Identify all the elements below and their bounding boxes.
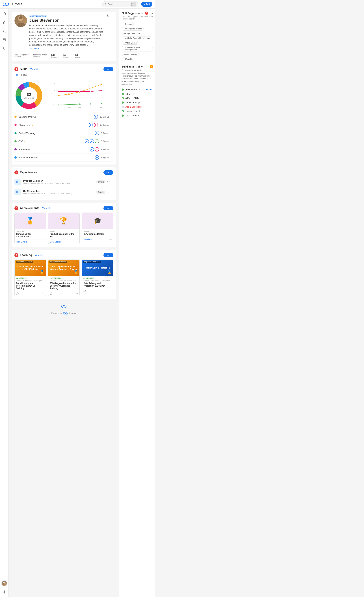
experiences-add-button[interactable]: + Add: [103, 170, 113, 175]
skill-suggestions-tags: +Blogger +Intelligent Systems +Project P…: [122, 22, 153, 61]
sidebar-item-avatar[interactable]: JS: [1, 580, 7, 586]
more-options-icon[interactable]: [111, 132, 113, 134]
top-nav: › Profile Ctrl K + Add: [0, 0, 155, 9]
more-options-icon[interactable]: [111, 148, 113, 151]
more-options-icon[interactable]: [111, 124, 113, 126]
profile-item-learnings: 114 Learnings: [122, 113, 153, 118]
followers-label: Followers: [51, 56, 59, 58]
location-value: New Hampshire: [15, 54, 29, 56]
tab-top[interactable]: Top: [15, 73, 18, 77]
svg-point-85: [110, 239, 111, 239]
svg-point-54: [112, 125, 112, 125]
more-options-icon[interactable]: [109, 290, 112, 292]
skill-add-badge[interactable]: +: [95, 155, 99, 160]
more-options-icon[interactable]: [111, 156, 113, 159]
nav-title: Profile: [12, 2, 102, 6]
skill-badges: 5 5: [89, 123, 98, 127]
learning-view-all[interactable]: View All: [35, 254, 43, 256]
svg-point-64: [113, 149, 113, 149]
more-options-icon[interactable]: [109, 238, 112, 241]
sidebar-item-home[interactable]: [1, 11, 7, 17]
svg-point-72: [113, 182, 113, 182]
nav-arrow-icon[interactable]: ›: [9, 3, 9, 6]
learning-image-2: Required Learning 2024 Degreed Informati…: [48, 260, 80, 276]
show-more-link[interactable]: Show More: [29, 47, 40, 50]
required-badge: Required Learning: [83, 261, 101, 263]
skill-dot: [15, 124, 17, 126]
profile-item-focus-skills: 4 Focus Skills: [122, 96, 153, 100]
chevron-down-icon[interactable]: [107, 191, 109, 193]
suggestion-tag-web-usability[interactable]: +Web Usability: [122, 53, 139, 56]
suggestion-tag-office-online[interactable]: +Office Online: [122, 41, 138, 45]
more-options-icon[interactable]: [76, 292, 78, 295]
search-bar[interactable]: Ctrl K: [102, 1, 138, 8]
info-icon[interactable]: i: [83, 290, 86, 292]
view-details-button[interactable]: View Details: [83, 238, 94, 240]
more-options-icon[interactable]: [42, 292, 44, 295]
sidebar-item-inbox[interactable]: [1, 37, 7, 43]
view-details-button[interactable]: View Details: [16, 241, 27, 243]
chevron-up-icon[interactable]: [151, 12, 153, 15]
experience-info: Product Designer My Company • Jan 2021 -…: [23, 180, 94, 184]
upload-link[interactable]: Upload: [146, 88, 153, 91]
step-6-badge: 6: [15, 206, 18, 210]
sidebar-item-star[interactable]: [1, 19, 7, 25]
achievement-name: B.A. Graphic Design: [83, 233, 112, 235]
donut-label: Skill Signals: [24, 97, 34, 99]
experience-info: UX Researcher My Company • Jun 2018 - De…: [23, 190, 94, 195]
suggestion-tag-project-planning[interactable]: +Project Planning: [122, 31, 141, 35]
more-options-icon[interactable]: [111, 181, 113, 183]
medal-icon: 🏅: [40, 270, 44, 275]
search-input[interactable]: [108, 3, 130, 6]
suggestion-tag-usability[interactable]: +Usability: [122, 57, 134, 61]
skill-name: Chameleon ★: [18, 124, 87, 126]
achievements-add-button[interactable]: + Add: [103, 206, 113, 210]
sidebar-item-search[interactable]: [1, 28, 7, 34]
profile-item-resume: Resume Parsed Upload: [122, 87, 153, 92]
check-icon: [122, 97, 124, 100]
svg-point-67: [113, 157, 113, 158]
svg-point-86: [111, 239, 112, 239]
tab-focus[interactable]: Focus: [21, 73, 27, 77]
experience-icon: [15, 189, 21, 195]
skill-dot: [15, 132, 17, 134]
brand-name: degreed: [69, 312, 77, 314]
more-options-icon[interactable]: [110, 15, 113, 17]
more-options-icon[interactable]: [76, 241, 78, 243]
following-value: 55: [63, 54, 71, 56]
suggestion-tag-agi[interactable]: +Artificial General Intelligence: [122, 36, 152, 40]
svg-point-77: [113, 192, 113, 192]
svg-point-75: [111, 192, 111, 192]
svg-point-84: [109, 239, 110, 239]
suggestion-tag-intelligent-systems[interactable]: +Intelligent Systems: [122, 27, 144, 31]
learning-footer: i: [48, 291, 80, 296]
sidebar-item-notifications[interactable]: [1, 46, 7, 51]
degreed-logo-icon: [63, 312, 68, 314]
info-icon[interactable]: i: [50, 292, 52, 295]
achievements-view-all[interactable]: View All: [42, 207, 50, 210]
info-icon[interactable]: i: [16, 292, 19, 295]
learning-add-button[interactable]: + Add: [103, 253, 113, 257]
chevron-down-icon[interactable]: [107, 181, 109, 183]
step-5-badge: 5: [15, 171, 18, 174]
learning-footer: i: [82, 289, 113, 293]
signals-count: 10 Signals: [100, 124, 109, 126]
more-options-icon[interactable]: [42, 241, 44, 243]
skills-add-button[interactable]: + Add: [103, 67, 113, 71]
view-details-button[interactable]: View Details: [50, 241, 61, 243]
more-options-icon[interactable]: [111, 191, 113, 193]
skill-row-css: CSS ★ 4 4 2 3 Signals: [15, 137, 113, 145]
profile-name: Jane Stevenson: [29, 18, 104, 23]
profile-item-label: 1 Achievement: [125, 110, 153, 112]
suggestion-tag-spm[interactable]: +Software Project Management: [122, 46, 153, 51]
profile-item-label: 4 Focus Skills: [125, 97, 153, 100]
skill-badges: 5: [95, 131, 99, 135]
nav-add-button[interactable]: + Add: [141, 2, 152, 7]
skills-view-all[interactable]: View All: [30, 68, 38, 71]
more-options-icon[interactable]: [111, 140, 113, 142]
profile-info: ACTIVE LEARNER Jane Stevenson I'm a seni…: [29, 15, 104, 50]
sidebar-item-settings[interactable]: [1, 589, 7, 595]
suggestion-tag-blogger[interactable]: +Blogger: [122, 22, 134, 26]
more-options-icon[interactable]: [111, 116, 113, 118]
gear-icon[interactable]: [106, 15, 109, 17]
